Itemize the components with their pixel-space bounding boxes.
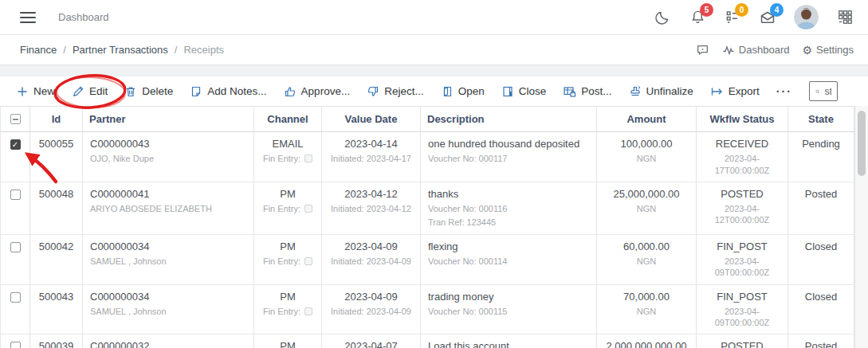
- breadcrumb-finance[interactable]: Finance: [20, 44, 57, 56]
- close-button[interactable]: Close: [501, 85, 547, 98]
- voucher-no: Voucher No:000114: [428, 256, 589, 267]
- column-header-id[interactable]: Id: [30, 107, 83, 131]
- cell-wkflw-status: POSTED 2023-04-07T00:00:00Z: [697, 334, 788, 348]
- cell-wkflw-status: RECEIVED 2023-04-17T00:00:00Z: [697, 132, 788, 182]
- cell-description: trading money Voucher No:000115: [421, 285, 597, 334]
- fin-entry-checkbox: [304, 257, 312, 265]
- cell-channel: PM Fin Entry:: [254, 285, 322, 334]
- row-checkbox[interactable]: [10, 342, 21, 348]
- column-header-value-date[interactable]: Value Date: [322, 107, 421, 131]
- delete-button[interactable]: Delete: [124, 85, 173, 98]
- cell-id: 500039: [30, 334, 83, 348]
- cell-partner: C000000032 TEST, 002: [83, 334, 254, 348]
- row-checkbox[interactable]: [10, 242, 21, 252]
- cell-channel: PM Fin Entry:: [254, 235, 322, 284]
- thumbs-up-icon: [284, 85, 297, 98]
- vertical-scrollbar[interactable]: [854, 106, 868, 348]
- wkflw-status-value: POSTED: [704, 188, 780, 201]
- cell-wkflw-status: POSTED 2023-04-12T00:00:00Z: [697, 182, 788, 234]
- messages-mail-icon[interactable]: 4: [759, 9, 776, 26]
- wkflw-timestamp: 2023-04-12T00:00:00Z: [704, 203, 780, 226]
- tasks-list-icon[interactable]: 0: [724, 9, 741, 26]
- initiated-date: Initiated:2023-04-12: [329, 203, 413, 214]
- approve-button[interactable]: Approve...: [284, 85, 351, 98]
- column-header-state[interactable]: State: [788, 107, 854, 131]
- partner-name: SAMUEL , Johnson: [90, 256, 246, 267]
- plus-icon: [16, 85, 29, 98]
- amount-value: 70,000.00: [604, 291, 689, 303]
- comment-bubble-icon[interactable]: [696, 43, 709, 57]
- settings-quick-link[interactable]: ⚙ Settings: [802, 44, 854, 56]
- cell-channel: EMAIL Fin Entry:: [254, 132, 322, 182]
- cell-channel: PM Fin Entry:: [254, 334, 322, 348]
- description-text: flexing: [428, 240, 589, 253]
- fin-entry: Fin Entry:: [261, 306, 314, 317]
- column-header-amount[interactable]: Amount: [597, 107, 697, 131]
- table-row[interactable]: ✓ 500055 C000000043 OJO, Nike Dupe EMAIL…: [0, 132, 854, 182]
- select-all-checkbox[interactable]: [10, 114, 21, 124]
- dashboard-quick-link[interactable]: Dashboard: [722, 44, 790, 57]
- state-value: Pending: [795, 138, 846, 151]
- fin-entry-checkbox: [304, 205, 312, 213]
- search-icon: [815, 86, 820, 97]
- apps-grid-icon[interactable]: [836, 9, 854, 26]
- cell-description: Load this account Voucher No:000113: [421, 334, 597, 348]
- cell-partner: C000000043 OJO, Nike Dupe: [83, 132, 254, 182]
- search-input[interactable]: [825, 86, 831, 97]
- post-button[interactable]: Post...: [563, 85, 611, 98]
- hamburger-menu-icon[interactable]: [20, 12, 36, 23]
- unfinalize-button[interactable]: Unfinalize: [629, 85, 693, 98]
- notifications-bell-icon[interactable]: 5: [689, 9, 706, 26]
- column-header-wkflw-status[interactable]: Wkflw Status: [697, 107, 788, 131]
- cell-id: 500042: [30, 235, 83, 284]
- cell-state: Posted: [788, 334, 854, 348]
- overflow-menu-button[interactable]: ···: [776, 85, 792, 98]
- table-row[interactable]: 500039 C000000032 TEST, 002 PM Fin Entry…: [0, 334, 854, 348]
- column-header-partner[interactable]: Partner: [83, 107, 254, 131]
- export-arrow-icon: [710, 85, 724, 98]
- row-checkbox[interactable]: [10, 190, 21, 200]
- edit-button[interactable]: Edit: [72, 85, 108, 98]
- breadcrumb-partner-transactions[interactable]: Partner Transactions: [73, 44, 168, 56]
- row-checkbox[interactable]: ✓: [10, 139, 21, 150]
- cell-wkflw-status: FIN_POST 2023-04-09T00:00:00Z: [697, 285, 788, 334]
- row-checkbox[interactable]: [10, 292, 21, 303]
- voucher-no: Voucher No:000115: [428, 306, 589, 317]
- value-date: 2023-04-12: [329, 188, 413, 201]
- settings-quick-link-label: Settings: [816, 44, 854, 56]
- add-notes-button[interactable]: Add Notes...: [190, 85, 266, 98]
- table-row[interactable]: 500043 C000000034 SAMUEL , Johnson PM Fi…: [0, 285, 854, 335]
- cell-value-date: 2023-04-14 Initiated:2023-04-17: [322, 132, 421, 182]
- table-row[interactable]: 500042 C000000034 SAMUEL , Johnson PM Fi…: [0, 235, 854, 285]
- new-button[interactable]: New: [16, 85, 55, 98]
- amount-value: 100,000.00: [604, 138, 689, 151]
- cell-id: 500048: [30, 182, 83, 234]
- post-lock-icon: [563, 85, 576, 98]
- cell-state: Closed: [788, 235, 854, 284]
- user-avatar[interactable]: [794, 5, 819, 29]
- channel-value: PM: [261, 240, 314, 253]
- pulse-icon: [722, 44, 735, 57]
- open-button[interactable]: Open: [441, 85, 485, 98]
- dark-mode-moon-icon[interactable]: [654, 9, 671, 26]
- app-window: Dashboard 5 0 4: [0, 0, 868, 348]
- wkflw-timestamp: 2023-04-09T00:00:00Z: [704, 306, 780, 329]
- initiated-date: Initiated:2023-04-09: [329, 256, 413, 267]
- value-date: 2023-04-09: [329, 240, 413, 253]
- description-text: thanks: [428, 188, 589, 201]
- cell-state: Closed: [788, 285, 854, 334]
- partner-name: SAMUEL , Johnson: [90, 306, 246, 317]
- state-value: Closed: [795, 240, 846, 253]
- column-header-channel[interactable]: Channel: [254, 107, 322, 131]
- scrollbar-thumb[interactable]: [858, 111, 866, 176]
- command-toolbar: New Edit Delete Add Notes... Approve... …: [0, 76, 868, 106]
- reject-button[interactable]: Reject...: [367, 85, 424, 98]
- cell-amount: 70,000.00 NGN: [597, 285, 697, 334]
- table-row[interactable]: 500048 C000000041 ARIYO ABOSEDE ELIZABET…: [0, 182, 854, 235]
- export-button[interactable]: Export: [710, 85, 760, 98]
- cell-state: Pending: [788, 132, 854, 182]
- partner-code: C000000034: [90, 240, 246, 253]
- partner-code: C000000034: [90, 291, 246, 303]
- wkflw-status-value: FIN_POST: [704, 240, 780, 253]
- column-header-description[interactable]: Description: [421, 107, 597, 131]
